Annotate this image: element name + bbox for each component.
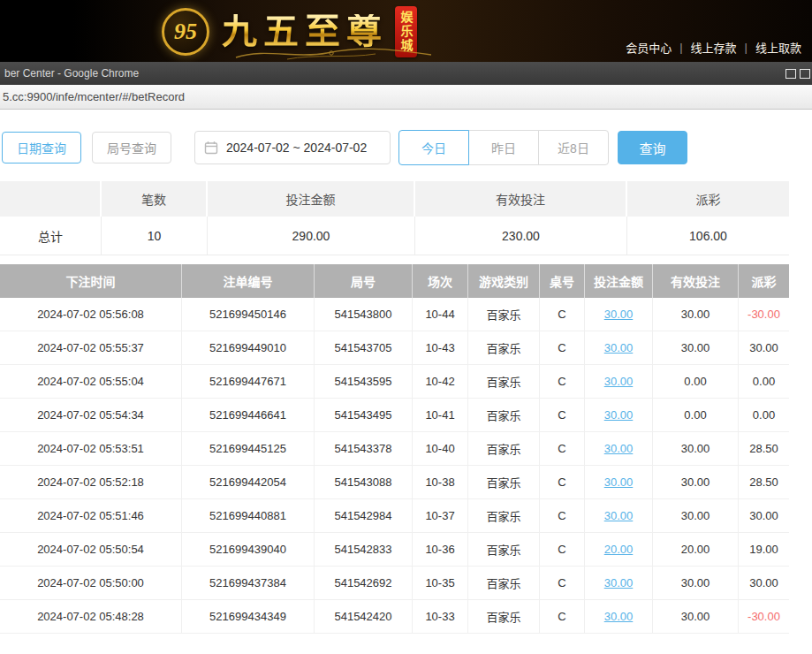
address-url[interactable]: 5.cc:9900/infe/mcenter/#/betRecord xyxy=(3,90,185,103)
col-header-table-no: 桌号 xyxy=(540,264,585,298)
cell-session: 10-36 xyxy=(413,533,468,566)
bet-amount-link[interactable]: 30.00 xyxy=(604,375,634,388)
cell-round-no: 541543088 xyxy=(315,466,413,498)
bet-amount-link[interactable]: 30.00 xyxy=(604,442,634,455)
summary-col-header-bet-amount: 投注金额 xyxy=(208,181,415,217)
table-row: 2024-07-02 05:51:46521699440881541542984… xyxy=(0,499,789,533)
minimize-button[interactable] xyxy=(785,69,796,79)
cell-payout: 30.00 xyxy=(739,567,789,599)
cell-payout: 30.00 xyxy=(739,499,789,532)
quick-range-today-button[interactable]: 今日 xyxy=(398,130,469,165)
nav-member-center-link[interactable]: 会员中心 xyxy=(626,39,672,56)
cell-table-no: C xyxy=(540,499,585,532)
date-range-input[interactable]: 2024-07-02 ~ 2024-07-02 xyxy=(194,131,391,164)
cell-payout: 28.50 xyxy=(739,466,789,498)
bet-amount-link[interactable]: 30.00 xyxy=(604,576,634,589)
bet-amount-link[interactable]: 30.00 xyxy=(604,341,634,354)
nav-separator: | xyxy=(745,41,747,54)
cell-round-no: 541542984 xyxy=(315,499,413,532)
maximize-button[interactable] xyxy=(800,69,810,79)
cell-payout: -30.00 xyxy=(739,298,789,331)
cell-bet-time: 2024-07-02 05:50:00 xyxy=(0,567,182,599)
cell-table-no: C xyxy=(540,331,585,364)
cell-payout: 19.00 xyxy=(739,533,789,566)
quick-range-last8days-button[interactable]: 近8日 xyxy=(538,130,609,165)
nav-online-deposit-link[interactable]: 线上存款 xyxy=(691,39,737,56)
col-header-valid-bet: 有效投注 xyxy=(653,264,739,298)
cell-bet-time: 2024-07-02 05:56:08 xyxy=(0,298,182,331)
table-row: 2024-07-02 05:53:51521699445125541543378… xyxy=(0,432,789,466)
cell-bet-time: 2024-07-02 05:52:18 xyxy=(0,466,182,498)
cell-bet-amount[interactable]: 30.00 xyxy=(585,331,653,364)
bet-amount-link[interactable]: 30.00 xyxy=(604,610,634,623)
cell-game-type: 百家乐 xyxy=(468,600,540,633)
cell-bet-amount[interactable]: 30.00 xyxy=(585,432,653,465)
col-header-bet-amount: 投注金额 xyxy=(585,264,653,298)
cell-game-type: 百家乐 xyxy=(468,399,540,431)
nav-online-withdraw-link[interactable]: 线上取款 xyxy=(755,39,801,56)
bet-record-table: 下注时间注单编号局号场次游戏类别桌号投注金额有效投注派彩 2024-07-02 … xyxy=(0,264,789,634)
nav-separator: | xyxy=(679,41,682,54)
bet-amount-link[interactable]: 20.00 xyxy=(604,543,634,556)
cell-round-no: 541543378 xyxy=(315,432,413,465)
cell-payout: 0.00 xyxy=(739,365,789,398)
cell-valid-bet: 30.00 xyxy=(653,466,739,498)
table-row: 2024-07-02 05:55:37521699449010541543705… xyxy=(0,331,789,365)
cell-payout: 28.50 xyxy=(739,432,789,465)
cell-bet-amount[interactable]: 30.00 xyxy=(585,399,653,431)
cell-round-no: 541543800 xyxy=(315,298,413,331)
bet-amount-link[interactable]: 30.00 xyxy=(604,308,634,321)
bet-amount-link[interactable]: 30.00 xyxy=(604,509,634,522)
cell-order-no: 521699434349 xyxy=(182,600,315,633)
table-row: 2024-07-02 05:50:54521699439040541542833… xyxy=(0,533,789,567)
cell-bet-amount[interactable]: 30.00 xyxy=(585,365,653,398)
summary-col-header-label xyxy=(0,181,102,217)
cell-bet-time: 2024-07-02 05:54:34 xyxy=(0,399,182,431)
cell-table-no: C xyxy=(540,365,585,398)
cell-session: 10-43 xyxy=(413,331,468,364)
date-query-tab[interactable]: 日期查询 xyxy=(2,132,81,164)
cell-bet-amount[interactable]: 30.00 xyxy=(585,600,653,633)
search-button[interactable]: 查询 xyxy=(618,131,687,164)
round-query-tab[interactable]: 局号查询 xyxy=(92,132,171,164)
cell-bet-amount[interactable]: 20.00 xyxy=(585,533,653,566)
summary-total-bet-amount: 290.00 xyxy=(208,217,415,255)
cell-game-type: 百家乐 xyxy=(468,298,540,331)
site-header: 95 九五至尊 娱乐城 会员中心 | 线上存款 | 线上取款 xyxy=(0,0,812,62)
cell-valid-bet: 30.00 xyxy=(653,600,739,633)
cell-payout: -30.00 xyxy=(739,600,789,633)
bet-table-header: 下注时间注单编号局号场次游戏类别桌号投注金额有效投注派彩 xyxy=(0,264,789,298)
summary-table-header: 笔数投注金额有效投注派彩 xyxy=(0,181,789,217)
cell-order-no: 521699447671 xyxy=(182,365,315,398)
cell-bet-amount[interactable]: 30.00 xyxy=(585,466,653,498)
cell-game-type: 百家乐 xyxy=(468,466,540,498)
cell-bet-amount[interactable]: 30.00 xyxy=(585,298,653,331)
cell-order-no: 521699437384 xyxy=(182,567,315,599)
cell-session: 10-42 xyxy=(413,365,468,398)
cell-session: 10-40 xyxy=(413,432,468,465)
cell-table-no: C xyxy=(540,298,585,331)
cell-session: 10-37 xyxy=(413,499,468,532)
bet-amount-link[interactable]: 30.00 xyxy=(604,475,634,489)
bet-table-body: 2024-07-02 05:56:08521699450146541543800… xyxy=(0,298,789,634)
bet-amount-link[interactable]: 30.00 xyxy=(604,408,634,422)
window-controls xyxy=(785,69,810,79)
cell-order-no: 521699442054 xyxy=(182,466,315,498)
screen: 95 九五至尊 娱乐城 会员中心 | 线上存款 | 线上取款 ber Cente… xyxy=(0,0,812,654)
table-row: 2024-07-02 05:55:04521699447671541543595… xyxy=(0,365,789,399)
browser-titlebar: ber Center - Google Chrome xyxy=(0,62,812,85)
cell-game-type: 百家乐 xyxy=(468,499,540,532)
summary-total-row: 总计10290.00230.00106.00 xyxy=(0,217,789,255)
cell-valid-bet: 30.00 xyxy=(653,499,739,532)
cell-valid-bet: 0.00 xyxy=(653,365,739,398)
quick-range-yesterday-button[interactable]: 昨日 xyxy=(468,130,539,165)
cell-session: 10-44 xyxy=(413,298,468,331)
table-row: 2024-07-02 05:54:34521699446641541543495… xyxy=(0,399,789,432)
cell-bet-amount[interactable]: 30.00 xyxy=(585,499,653,532)
summary-total-valid-bet: 230.00 xyxy=(415,217,627,255)
cell-session: 10-33 xyxy=(413,600,468,633)
col-header-game-type: 游戏类别 xyxy=(468,264,540,298)
col-header-payout: 派彩 xyxy=(739,264,789,298)
cell-bet-amount[interactable]: 30.00 xyxy=(585,567,653,599)
table-row: 2024-07-02 05:50:00521699437384541542692… xyxy=(0,567,789,600)
